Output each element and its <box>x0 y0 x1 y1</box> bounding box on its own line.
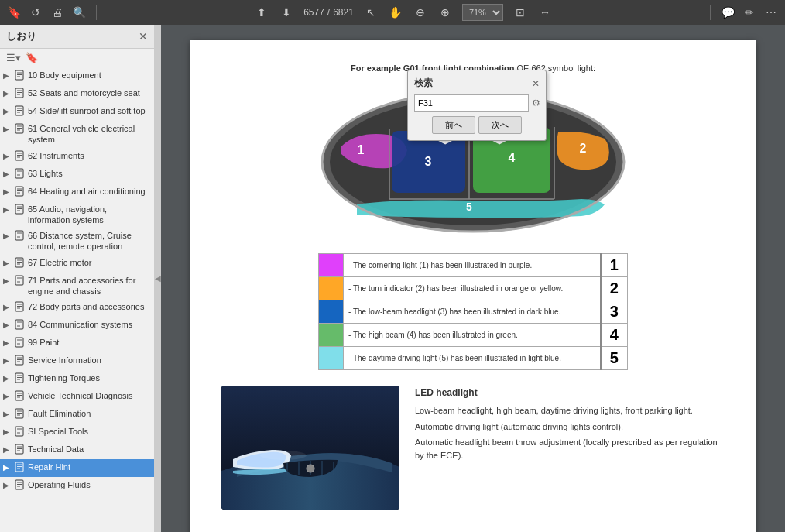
car-image <box>221 386 399 510</box>
page-icon <box>15 301 26 314</box>
search-next-button[interactable]: 次へ <box>478 116 522 134</box>
search-settings-icon[interactable]: ⚙ <box>532 98 540 108</box>
sidebar-item-label: 67 Electric motor <box>28 257 151 268</box>
sidebar-item-label: Operating Fluids <box>28 479 151 490</box>
sidebar-item-s17[interactable]: ▶Vehicle Technical Diagnosis <box>0 388 154 406</box>
legend-text-cell: - The turn indicator (2) has been illust… <box>344 277 601 300</box>
more-icon[interactable]: ⋯ <box>763 5 779 20</box>
legend-text-cell: - The high beam (4) has been illustrated… <box>344 324 601 347</box>
legend-text-cell: - The daytime driving light (5) has been… <box>344 347 601 370</box>
svg-rect-44 <box>15 302 23 311</box>
search-close-button[interactable]: ✕ <box>532 78 540 89</box>
sidebar-item-s6[interactable]: ▶63 Lights <box>0 166 154 184</box>
sidebar: しおり ✕ ☰▾ 🔖 ▶10 Body equipment▶52 Seats a… <box>0 25 155 532</box>
svg-rect-84 <box>15 480 23 489</box>
svg-text:1: 1 <box>358 143 365 156</box>
sidebar-item-s12[interactable]: ▶72 Body parts and accessories <box>0 299 154 317</box>
search-icon[interactable]: 🔍 <box>71 5 87 20</box>
sidebar-item-label: 63 Lights <box>28 168 151 179</box>
sidebar-item-s21[interactable]: ▶Repair Hint <box>0 459 154 477</box>
main-area: しおり ✕ ☰▾ 🔖 ▶10 Body equipment▶52 Seats a… <box>0 25 785 532</box>
cursor-icon[interactable]: ↖ <box>363 5 379 20</box>
bookmark-icon[interactable]: 🔖 <box>6 5 22 20</box>
page-icon <box>15 257 26 270</box>
sidebar-item-label: 84 Communication systems <box>28 319 151 330</box>
sidebar-item-s14[interactable]: ▶99 Paint <box>0 335 154 352</box>
svg-text:2: 2 <box>580 142 587 155</box>
zoom-in-icon[interactable]: ⊕ <box>437 5 453 20</box>
expand-icon: ▶ <box>3 258 12 268</box>
zoom-select[interactable]: 71% <box>462 4 503 21</box>
sidebar-item-s19[interactable]: ▶SI Special Tools <box>0 424 154 441</box>
sidebar-item-s1[interactable]: ▶10 Body equipment <box>0 67 154 85</box>
download-icon[interactable]: ⬇ <box>279 5 294 20</box>
page-icon <box>15 319 26 332</box>
sidebar-item-s4[interactable]: ▶61 General vehicle electrical system <box>0 121 154 148</box>
svg-rect-68 <box>15 409 23 418</box>
hand-icon[interactable]: ✋ <box>388 5 403 20</box>
sidebar-item-label: 64 Heating and air conditioning <box>28 186 151 197</box>
svg-rect-60 <box>15 373 23 383</box>
expand-icon: ▶ <box>3 204 12 215</box>
sidebar-bookmark-icon[interactable]: 🔖 <box>26 52 38 63</box>
expand-icon: ▶ <box>3 70 12 81</box>
expand-icon: ▶ <box>3 427 12 437</box>
sidebar-item-s9[interactable]: ▶66 Distance system, Cruise control, rem… <box>0 228 154 255</box>
sidebar-item-s10[interactable]: ▶67 Electric motor <box>0 255 154 273</box>
svg-rect-24 <box>15 187 23 196</box>
sidebar-item-s15[interactable]: ▶Service Information <box>0 352 154 370</box>
legend-num-cell: 2 <box>601 277 628 300</box>
page-icon <box>15 168 26 181</box>
sidebar-item-s3[interactable]: ▶54 Side/lift sunroof and soft top <box>0 103 154 121</box>
search-input-row: ⚙ <box>414 94 540 112</box>
sidebar-item-s5[interactable]: ▶62 Instruments <box>0 148 154 166</box>
page-icon <box>15 186 26 199</box>
sidebar-resizer[interactable] <box>155 25 161 532</box>
sidebar-item-label: Tightening Torques <box>28 372 151 383</box>
sidebar-item-s8[interactable]: ▶65 Audio, navigation, information syste… <box>0 201 154 228</box>
upload-icon[interactable]: ⬆ <box>254 5 269 20</box>
sidebar-item-s2[interactable]: ▶52 Seats and motorcycle seat <box>0 85 154 103</box>
bottom-section: LED headlight Low-beam headlight, high b… <box>221 386 725 510</box>
sidebar-item-label: 10 Body equipment <box>28 70 151 81</box>
draw-icon[interactable]: ✏ <box>742 5 757 20</box>
print-icon[interactable]: 🖨 <box>50 5 65 20</box>
svg-rect-20 <box>15 169 23 178</box>
fit-page-icon[interactable]: ⊡ <box>512 5 528 20</box>
expand-icon: ▶ <box>3 338 12 348</box>
refresh-icon[interactable]: ↺ <box>28 5 43 20</box>
legend-color-cell <box>319 277 344 300</box>
fit-width-icon[interactable]: ↔ <box>537 5 553 20</box>
search-input[interactable] <box>414 94 529 112</box>
sidebar-item-s20[interactable]: ▶Technical Data <box>0 441 154 459</box>
sidebar-item-label: 54 Side/lift sunroof and soft top <box>28 105 151 116</box>
sidebar-item-label: 99 Paint <box>28 337 151 348</box>
sidebar-item-s7[interactable]: ▶64 Heating and air conditioning <box>0 184 154 201</box>
search-prev-button[interactable]: 前へ <box>432 116 475 134</box>
svg-point-111 <box>307 465 314 472</box>
page-icon <box>15 275 26 288</box>
svg-point-112 <box>260 451 307 460</box>
sidebar-menu-icon[interactable]: ☰▾ <box>6 52 21 63</box>
comment-icon[interactable]: 💬 <box>720 5 735 20</box>
led-line-3: Automatic headlight beam throw adjustmen… <box>415 436 725 462</box>
legend-num-cell: 3 <box>601 300 628 324</box>
page-icon <box>15 444 26 457</box>
page-info: 6577 / 6821 <box>303 7 354 18</box>
expand-icon: ▶ <box>3 169 12 179</box>
sidebar-item-s18[interactable]: ▶Fault Elimination <box>0 406 154 424</box>
legend-table: - The cornering light (1) has been illus… <box>318 253 628 370</box>
sidebar-items: ▶10 Body equipment▶52 Seats and motorcyc… <box>0 67 154 532</box>
sidebar-item-label: Vehicle Technical Diagnosis <box>28 390 151 401</box>
expand-icon: ▶ <box>3 231 12 241</box>
legend-row: - The cornering light (1) has been illus… <box>319 254 628 277</box>
led-info: LED headlight Low-beam headlight, high b… <box>415 386 725 510</box>
sidebar-item-s22[interactable]: ▶Operating Fluids <box>0 477 154 495</box>
sidebar-item-s11[interactable]: ▶71 Parts and accessories for engine and… <box>0 273 154 300</box>
sidebar-item-label: 66 Distance system, Cruise control, remo… <box>28 230 151 252</box>
sidebar-close-button[interactable]: ✕ <box>139 30 148 43</box>
sidebar-item-s13[interactable]: ▶84 Communication systems <box>0 317 154 335</box>
zoom-out-icon[interactable]: ⊖ <box>413 5 428 20</box>
pdf-area[interactable]: 検索 ✕ ⚙ 前へ 次へ For example G01 front light… <box>161 25 785 532</box>
sidebar-item-s16[interactable]: ▶Tightening Torques <box>0 370 154 388</box>
